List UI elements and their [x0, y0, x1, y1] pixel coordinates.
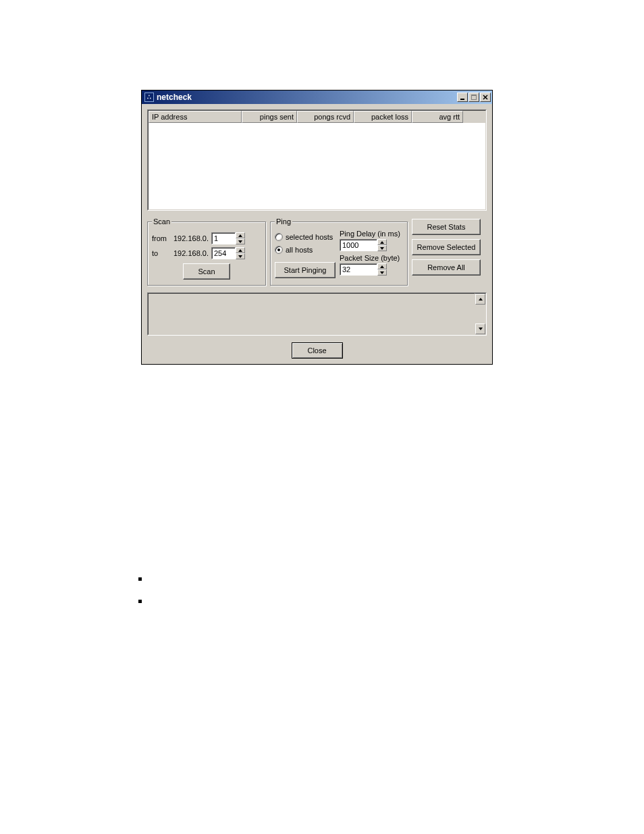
- reset-stats-button[interactable]: Reset Stats: [412, 219, 481, 235]
- packet-size-spinner[interactable]: [377, 263, 387, 276]
- svg-marker-10: [380, 247, 384, 250]
- col-ip-address[interactable]: IP address: [149, 111, 242, 123]
- spin-up-icon[interactable]: [236, 232, 245, 238]
- scan-from-input[interactable]: [211, 232, 236, 244]
- close-icon: [483, 95, 488, 100]
- results-listview[interactable]: IP address pings sent pongs rcvd packet …: [147, 109, 487, 211]
- radio-icon: [275, 233, 283, 241]
- scan-legend: Scan: [152, 217, 171, 226]
- maximize-button: [468, 93, 479, 102]
- app-window: ∴ netcheck IP address pings sent pongs r…: [141, 90, 493, 365]
- app-icon: ∴: [144, 93, 154, 102]
- remove-all-button[interactable]: Remove All: [412, 259, 481, 276]
- scan-group: Scan from 192.168.0. to 192.168.0.: [147, 217, 266, 286]
- scan-to-label: to: [152, 249, 169, 257]
- radio-all-hosts[interactable]: all hosts: [275, 244, 336, 255]
- spin-up-icon[interactable]: [377, 263, 387, 269]
- svg-marker-12: [380, 271, 384, 274]
- svg-marker-13: [479, 298, 483, 301]
- svg-marker-9: [380, 241, 384, 244]
- svg-rect-0: [460, 99, 464, 100]
- col-avg-rtt[interactable]: avg rtt: [412, 111, 463, 123]
- spin-up-icon[interactable]: [377, 239, 387, 245]
- ping-delay-spinner[interactable]: [377, 239, 387, 251]
- ping-group: Ping selected hosts all hosts Start Ping…: [270, 217, 408, 286]
- radio-selected-hosts[interactable]: selected hosts: [275, 232, 336, 242]
- close-dialog-button[interactable]: Close: [292, 342, 343, 359]
- client-area: IP address pings sent pongs rcvd packet …: [142, 104, 492, 364]
- ping-delay-label: Ping Delay (in ms): [340, 230, 400, 238]
- svg-marker-7: [238, 249, 242, 252]
- svg-rect-2: [471, 95, 477, 96]
- close-button[interactable]: [480, 93, 491, 102]
- log-textarea[interactable]: [147, 292, 487, 336]
- spin-up-icon[interactable]: [236, 247, 245, 253]
- svg-marker-8: [238, 255, 242, 258]
- titlebar-buttons: [456, 93, 491, 102]
- ping-delay-input[interactable]: [340, 239, 377, 251]
- scroll-up-icon[interactable]: [475, 294, 485, 305]
- svg-marker-6: [238, 240, 242, 243]
- radio-icon: [275, 246, 283, 254]
- side-buttons: Reset Stats Remove Selected Remove All: [412, 217, 481, 286]
- packet-size-input[interactable]: [340, 263, 377, 276]
- col-packet-loss[interactable]: packet loss: [354, 111, 412, 123]
- listview-header-row: IP address pings sent pongs rcvd packet …: [149, 111, 485, 123]
- spin-down-icon[interactable]: [236, 238, 245, 244]
- scan-to-input[interactable]: [211, 247, 236, 259]
- col-pings-sent[interactable]: pings sent: [242, 111, 297, 123]
- spin-down-icon[interactable]: [236, 253, 245, 259]
- scan-from-spinner[interactable]: [236, 232, 245, 244]
- packet-size-label: Packet Size (byte): [340, 254, 400, 262]
- svg-marker-5: [238, 234, 242, 237]
- spin-down-icon[interactable]: [377, 269, 387, 276]
- scroll-down-icon[interactable]: [475, 323, 485, 334]
- window-title: netcheck: [157, 93, 192, 102]
- ping-legend: Ping: [275, 217, 292, 226]
- scan-from-prefix: 192.168.0.: [173, 234, 209, 242]
- titlebar[interactable]: ∴ netcheck: [142, 90, 492, 104]
- start-pinging-button[interactable]: Start Pinging: [275, 262, 336, 278]
- scan-to-prefix: 192.168.0.: [173, 249, 209, 257]
- maximize-icon: [471, 95, 477, 100]
- minimize-button[interactable]: [457, 93, 468, 102]
- page-bullets: [138, 577, 142, 622]
- scan-to-spinner[interactable]: [236, 247, 245, 259]
- scan-from-label: from: [152, 234, 169, 242]
- col-pongs-rcvd[interactable]: pongs rcvd: [297, 111, 354, 123]
- spin-down-icon[interactable]: [377, 245, 387, 251]
- scan-button[interactable]: Scan: [183, 263, 230, 280]
- svg-marker-11: [380, 265, 384, 268]
- minimize-icon: [460, 95, 465, 100]
- svg-marker-14: [479, 328, 483, 330]
- log-scrollbar[interactable]: [475, 293, 486, 335]
- remove-selected-button[interactable]: Remove Selected: [412, 239, 481, 255]
